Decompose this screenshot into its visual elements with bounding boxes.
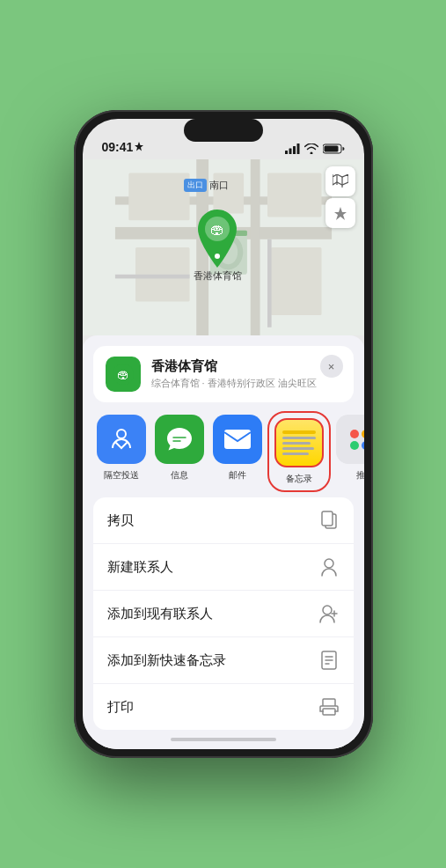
share-item-more[interactable]: 推 — [336, 415, 364, 489]
south-gate-text: 南口 — [209, 179, 229, 192]
print-label: 打印 — [107, 699, 134, 716]
notes-line-2 — [282, 442, 311, 445]
svg-rect-10 — [250, 159, 260, 335]
signal-icon — [285, 143, 300, 154]
location-button[interactable] — [325, 198, 355, 228]
svg-point-26 — [117, 430, 126, 438]
new-contact-label: 新建联系人 — [107, 559, 173, 576]
notes-label: 备忘录 — [286, 473, 312, 485]
dot-yellow — [362, 430, 364, 438]
compass-icon — [333, 206, 347, 220]
map-south-gate-label: 出口 南口 — [184, 179, 229, 192]
message-label: 信息 — [171, 469, 188, 482]
venue-info: 香港体育馆 综合体育馆 · 香港特别行政区 油尖旺区 — [151, 358, 341, 390]
add-note-label: 添加到新快速备忘录 — [107, 652, 226, 669]
bottom-sheet: 🏟 香港体育馆 综合体育馆 · 香港特别行政区 油尖旺区 × — [83, 335, 364, 749]
svg-rect-33 — [323, 699, 335, 706]
action-print[interactable]: 打印 — [93, 684, 354, 730]
more-icon — [336, 415, 364, 464]
dot-red — [350, 430, 359, 438]
message-icon — [155, 415, 204, 464]
venue-icon-svg: 🏟 — [112, 363, 135, 386]
airdrop-icon — [97, 415, 146, 464]
notes-icon — [274, 418, 324, 467]
wifi-icon — [304, 143, 318, 154]
venue-card: 🏟 香港体育馆 综合体育馆 · 香港特别行政区 油尖旺区 × — [93, 346, 354, 402]
share-item-mail[interactable]: 邮件 — [213, 415, 262, 489]
status-icons — [285, 143, 345, 154]
airdrop-icon-svg — [107, 425, 135, 453]
home-indicator — [83, 730, 364, 749]
marker-label: 香港体育馆 — [194, 269, 242, 283]
map-area: 出口 南口 🏟 香港体育馆 — [83, 159, 364, 335]
mail-icon-svg — [223, 428, 252, 451]
phone-screen: 09:41 — [83, 119, 364, 749]
svg-rect-15 — [270, 247, 321, 315]
person-plus-icon — [318, 603, 340, 624]
dynamic-island — [184, 119, 263, 142]
print-icon-svg — [319, 698, 339, 716]
svg-rect-11 — [128, 173, 189, 220]
battery-icon — [323, 143, 345, 154]
person-icon-svg — [320, 557, 338, 577]
note-icon-svg — [320, 651, 338, 670]
action-add-note[interactable]: 添加到新快速备忘录 — [93, 637, 354, 684]
venue-desc: 综合体育馆 · 香港特别行政区 油尖旺区 — [151, 377, 341, 390]
venue-close-button[interactable]: × — [320, 355, 343, 378]
svg-rect-1 — [289, 149, 291, 155]
svg-rect-21 — [267, 239, 272, 327]
venue-marker[interactable]: 🏟 香港体育馆 — [192, 208, 243, 283]
svg-rect-0 — [285, 151, 288, 154]
copy-label: 拷贝 — [107, 512, 134, 529]
phone-frame: 09:41 — [74, 110, 373, 758]
notes-line-4 — [282, 452, 309, 455]
svg-rect-34 — [323, 709, 335, 715]
notes-lines — [282, 430, 316, 455]
action-add-existing[interactable]: 添加到现有联系人 — [93, 591, 354, 637]
svg-rect-2 — [293, 146, 296, 154]
venue-name: 香港体育馆 — [151, 358, 341, 375]
person-icon — [318, 556, 340, 577]
print-icon — [318, 696, 340, 717]
venue-icon: 🏟 — [106, 357, 141, 392]
share-item-notes[interactable]: 备忘录 — [271, 415, 327, 489]
svg-text:🏟: 🏟 — [210, 222, 224, 237]
share-row: 隔空投送 信息 — [83, 411, 364, 497]
svg-text:🏟: 🏟 — [117, 367, 129, 381]
action-list: 拷贝 新建联系人 — [93, 497, 354, 730]
notes-line-3 — [282, 447, 314, 450]
copy-icon-svg — [320, 511, 338, 530]
more-label: 推 — [356, 469, 364, 482]
person-plus-icon-svg — [319, 604, 339, 623]
marker-pin-svg: 🏟 — [192, 208, 243, 269]
mail-label: 邮件 — [229, 469, 246, 482]
location-status-icon — [135, 142, 143, 152]
dot-green — [350, 441, 359, 450]
svg-rect-3 — [296, 143, 299, 154]
notes-line-yellow — [282, 430, 316, 434]
share-item-airdrop[interactable]: 隔空投送 — [97, 415, 146, 489]
map-type-button[interactable] — [325, 166, 355, 196]
note-icon — [318, 650, 340, 671]
svg-point-30 — [325, 559, 333, 568]
copy-icon — [318, 510, 340, 531]
south-gate-tag: 出口 — [184, 179, 207, 192]
map-controls — [325, 166, 355, 228]
add-existing-label: 添加到现有联系人 — [107, 606, 213, 622]
action-copy[interactable]: 拷贝 — [93, 497, 354, 544]
svg-rect-29 — [322, 511, 333, 526]
notes-line-1 — [282, 437, 316, 439]
svg-point-31 — [323, 606, 332, 614]
map-type-icon — [333, 174, 348, 188]
share-item-message[interactable]: 信息 — [155, 415, 204, 489]
clock: 09:41 — [102, 140, 134, 154]
status-time: 09:41 — [102, 140, 144, 154]
svg-rect-14 — [267, 173, 322, 217]
home-bar — [171, 738, 276, 741]
action-new-contact[interactable]: 新建联系人 — [93, 544, 354, 591]
message-icon-svg — [165, 426, 194, 452]
svg-rect-20 — [114, 275, 189, 279]
svg-rect-5 — [324, 146, 338, 152]
svg-rect-27 — [224, 430, 251, 449]
more-dots — [350, 430, 364, 450]
